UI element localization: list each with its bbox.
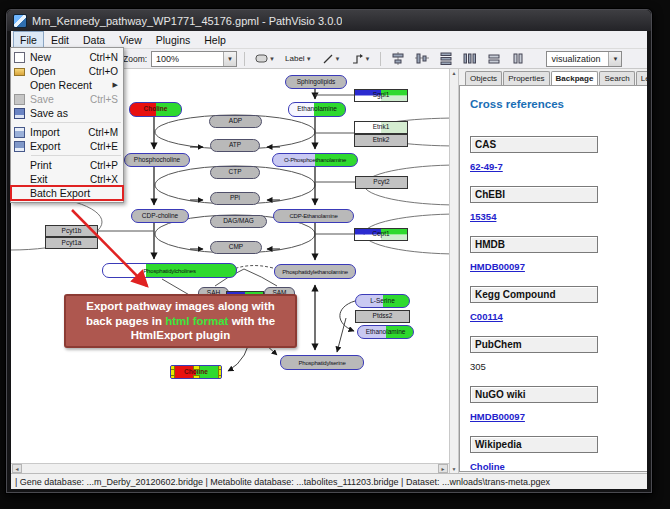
zoom-value: 100%: [152, 54, 223, 64]
node-sgpl1[interactable]: Sgpl1: [354, 89, 408, 102]
node-etnk1[interactable]: Etnk1: [354, 121, 408, 134]
scroll-down-icon[interactable]: ▼: [452, 466, 457, 472]
file-menu-item-import[interactable]: ImportCtrl+M: [11, 125, 123, 139]
visualization-combobox[interactable]: visualization ▼: [546, 51, 622, 67]
distribute-vertical-button[interactable]: [436, 50, 456, 67]
node-cdp-choline[interactable]: CDP-choline: [131, 209, 189, 223]
file-menu-item-save[interactable]: SaveCtrl+S: [11, 92, 123, 106]
node-phosphatidylcholines[interactable]: Phosphatidylcholines: [102, 263, 237, 278]
chevron-down-icon[interactable]: ▼: [335, 56, 341, 62]
crossref-section-hmdb: HMDBHMDB00097: [470, 236, 647, 272]
crossref-header: Wikipedia: [470, 436, 598, 453]
node-pcyt1a[interactable]: Pcyt1a: [45, 237, 98, 249]
node-o-phosphoethanolamine[interactable]: O-Phosphoethanolamine: [272, 153, 358, 167]
crossref-link[interactable]: Choline: [470, 461, 505, 472]
crossref-section-kegg-compound: Kegg CompoundC00114: [470, 286, 647, 322]
callout-text: Export pathway images along with back pa…: [72, 299, 289, 344]
node-ethanolamine[interactable]: Ethanolamine: [288, 102, 346, 117]
file-menu-item-new[interactable]: NewCtrl+N: [11, 50, 123, 64]
file-menu-item-save-as[interactable]: Save as: [11, 106, 123, 120]
node-adp[interactable]: ADP: [209, 115, 262, 128]
crossref-link[interactable]: HMDB00097: [470, 411, 525, 422]
new-file-icon: [14, 52, 25, 63]
title-bar[interactable]: Mm_Kennedy_pathway_WP1771_45176.gpml - P…: [7, 10, 651, 31]
crossref-link[interactable]: HMDB00097: [470, 261, 525, 272]
node-ppi[interactable]: PPi: [210, 192, 260, 205]
node-pcyt1b[interactable]: Pcyt1b: [45, 225, 98, 237]
menu-file[interactable]: File: [13, 31, 44, 48]
chevron-down-icon[interactable]: ▼: [306, 56, 312, 62]
common-height-button[interactable]: [508, 50, 528, 67]
node-cdp-ethanolamine[interactable]: CDP-Ethanolamine: [273, 209, 354, 223]
tab-legend[interactable]: Legend: [636, 71, 647, 85]
scroll-up-icon[interactable]: ▲: [452, 70, 457, 76]
distribute-horizontal-button[interactable]: [460, 50, 480, 67]
align-center-x-button[interactable]: [388, 50, 408, 67]
chevron-down-icon[interactable]: ▼: [269, 56, 275, 62]
connector-tool-button[interactable]: ▼: [348, 50, 374, 67]
file-menu-item-print[interactable]: PrintCtrl+P: [11, 158, 123, 172]
menu-plugins[interactable]: Plugins: [149, 31, 197, 48]
menu-edit[interactable]: Edit: [44, 31, 76, 48]
crossref-section-pubchem: PubChem305: [470, 336, 647, 372]
file-menu-item-open[interactable]: OpenCtrl+O: [11, 64, 123, 78]
menu-separator: [31, 122, 121, 123]
vertical-scrollbar[interactable]: ▲ ▼: [450, 69, 458, 473]
node-phosphatidylserine[interactable]: Phosphatidylserine: [280, 355, 364, 370]
menu-view[interactable]: View: [112, 31, 149, 48]
node-ctp[interactable]: CTP: [210, 166, 260, 179]
import-icon: [14, 127, 25, 138]
status-text: | Gene database: ...m_Derby_20120602.bri…: [15, 477, 550, 487]
tab-properties[interactable]: Properties: [503, 71, 549, 85]
scroll-right-icon[interactable]: ►: [438, 464, 448, 473]
selection-handle[interactable]: [170, 375, 175, 379]
datanode-tool-button[interactable]: ▼: [252, 50, 278, 67]
chevron-down-icon[interactable]: ▼: [608, 52, 621, 66]
node-phosphatidylethanolamine[interactable]: Phosphatidylethanolamine: [274, 264, 356, 279]
file-menu-item-batch-export[interactable]: Batch Export: [11, 186, 123, 200]
horizontal-scrollbar[interactable]: ◄ ►: [11, 463, 449, 473]
crossref-link[interactable]: 62-49-7: [470, 161, 503, 172]
node-atp[interactable]: ATP: [210, 139, 260, 152]
selection-handle[interactable]: [218, 375, 222, 379]
selection-handle[interactable]: [193, 375, 200, 379]
node-dag-mag[interactable]: DAG/MAG: [210, 215, 267, 228]
node-phosphocholine[interactable]: Phosphocholine: [124, 153, 190, 167]
cross-references-list: CAS62-49-7ChEBI15354HMDBHMDB00097Kegg Co…: [470, 136, 647, 472]
node-l-serine[interactable]: L-Serine: [355, 294, 410, 308]
crossref-link[interactable]: C00114: [470, 311, 503, 322]
node-label: Phosphatidylethanolamine: [282, 269, 348, 275]
common-width-button[interactable]: [484, 50, 504, 67]
file-menu-item-open-recent[interactable]: Open Recent▶: [11, 78, 123, 92]
file-menu-item-exit[interactable]: ExitCtrl+X: [11, 172, 123, 186]
chevron-down-icon[interactable]: ▼: [223, 52, 236, 66]
label-tool-button[interactable]: Label ▼: [282, 50, 315, 67]
node-sphingolipids[interactable]: Sphingolipids: [285, 75, 347, 89]
file-menu-item-export[interactable]: ExportCtrl+E: [11, 139, 123, 153]
node-choline[interactable]: Choline: [170, 365, 222, 379]
tab-objects[interactable]: Objects: [465, 71, 502, 85]
node-label: Pcyt1a: [62, 240, 82, 247]
common-height-icon: [511, 52, 525, 65]
crossref-link[interactable]: 15354: [470, 211, 496, 222]
scroll-left-icon[interactable]: ◄: [12, 464, 22, 473]
zoom-combobox[interactable]: 100% ▼: [151, 51, 237, 67]
chevron-down-icon[interactable]: ▼: [365, 56, 371, 62]
tab-search[interactable]: Search: [599, 71, 634, 85]
node-pcyt2[interactable]: Pcyt2: [355, 176, 408, 189]
node-etnk2[interactable]: Etnk2: [354, 134, 408, 147]
selection-handle[interactable]: [193, 365, 200, 370]
menu-data[interactable]: Data: [76, 31, 112, 48]
visualization-value: visualization: [547, 54, 608, 64]
align-center-y-button[interactable]: [412, 50, 432, 67]
menu-help[interactable]: Help: [197, 31, 233, 48]
node-cmp[interactable]: CMP: [210, 241, 262, 254]
node-ptdss2[interactable]: Ptdss2: [355, 310, 410, 323]
tab-backpage[interactable]: Backpage: [551, 71, 599, 85]
line-tool-button[interactable]: ▼: [319, 50, 344, 67]
node-choline[interactable]: Choline: [129, 102, 182, 117]
distribute-vertical-icon: [439, 52, 453, 65]
node-ethanolamine[interactable]: Ethanolamine: [357, 325, 414, 339]
save-as-icon: [14, 108, 25, 119]
node-cept1[interactable]: Cept1: [354, 228, 408, 241]
